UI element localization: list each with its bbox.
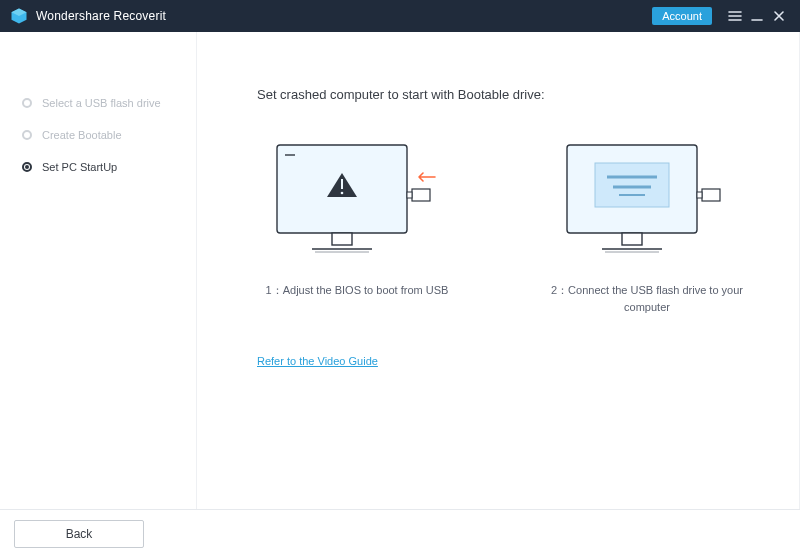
menu-icon[interactable] xyxy=(724,5,746,27)
step-indicator-icon xyxy=(22,130,32,140)
sidebar-step-select-usb[interactable]: Select a USB flash drive xyxy=(0,87,196,119)
sidebar-step-create-bootable[interactable]: Create Bootable xyxy=(0,119,196,151)
illustration-caption: 1：Adjust the BIOS to boot from USB xyxy=(257,282,457,299)
svg-rect-4 xyxy=(332,233,352,245)
step-indicator-icon xyxy=(22,98,32,108)
back-button[interactable]: Back xyxy=(14,520,144,548)
video-guide-link[interactable]: Refer to the Video Guide xyxy=(257,355,378,367)
monitor-warning-icon xyxy=(267,137,447,267)
svg-rect-14 xyxy=(622,233,642,245)
footer: Back xyxy=(0,509,800,557)
monitor-connect-icon xyxy=(557,137,737,267)
illustration-caption: 2：Connect the USB flash drive to your co… xyxy=(547,282,747,315)
titlebar: Wondershare Recoverit Account xyxy=(0,0,800,32)
sidebar-step-set-pc-startup[interactable]: Set PC StartUp xyxy=(0,151,196,183)
svg-rect-10 xyxy=(595,163,669,207)
svg-rect-17 xyxy=(702,189,720,201)
step-indicator-icon xyxy=(22,162,32,172)
app-logo-icon xyxy=(10,7,28,25)
app-title: Wondershare Recoverit xyxy=(36,9,166,23)
svg-rect-18 xyxy=(697,192,702,198)
illustration-connect-usb: 2：Connect the USB flash drive to your co… xyxy=(547,137,747,315)
sidebar: Select a USB flash drive Create Bootable… xyxy=(0,32,196,509)
svg-point-3 xyxy=(341,192,344,195)
svg-rect-8 xyxy=(407,192,412,198)
page-heading: Set crashed computer to start with Boota… xyxy=(257,87,759,102)
main-panel: Set crashed computer to start with Boota… xyxy=(196,32,800,509)
content-area: Select a USB flash drive Create Bootable… xyxy=(0,32,800,509)
minimize-button[interactable] xyxy=(746,5,768,27)
step-label: Set PC StartUp xyxy=(42,161,117,173)
svg-rect-7 xyxy=(412,189,430,201)
step-label: Select a USB flash drive xyxy=(42,97,161,109)
account-button[interactable]: Account xyxy=(652,7,712,25)
illustration-bios: 1：Adjust the BIOS to boot from USB xyxy=(257,137,457,315)
illustration-row: 1：Adjust the BIOS to boot from USB xyxy=(257,137,759,315)
close-button[interactable] xyxy=(768,5,790,27)
step-label: Create Bootable xyxy=(42,129,122,141)
